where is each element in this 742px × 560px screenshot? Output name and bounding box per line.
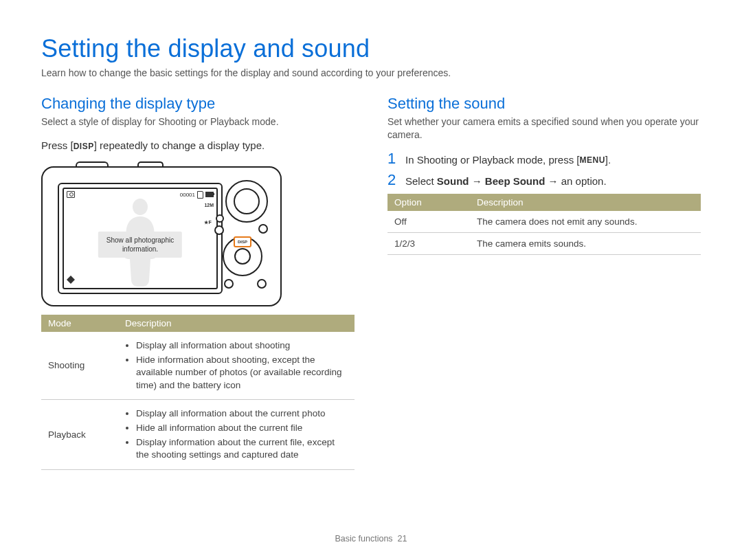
disp-label: DISP (74, 141, 94, 153)
screen-right-indicators: 12M ★F (204, 203, 214, 225)
step-number: 2 (387, 172, 398, 188)
battery-icon (205, 192, 214, 197)
quality-indicator: ★F (204, 220, 214, 225)
arrow-icon: → (469, 175, 485, 187)
camera-mode-icon (67, 191, 75, 198)
step-text: In Shooting or Playback mode, press [MEN… (405, 153, 611, 167)
list-item: Hide information about shooting, except … (136, 354, 348, 392)
cell-description: The camera emits sounds. (470, 232, 701, 254)
table-row: Playback Display all information about t… (41, 399, 355, 469)
camera-small-button (216, 214, 224, 223)
overlay-line1: Show all photographic (106, 236, 174, 244)
manual-page: Setting the display and sound Learn how … (0, 0, 742, 560)
dpad-icon: DISP (223, 236, 262, 276)
step-2: 2 Select Sound → Beep Sound → an option. (387, 172, 701, 188)
disp-button-highlight: DISP (234, 236, 251, 247)
menu-path-item: Beep Sound (485, 175, 546, 187)
mode-dial-icon (225, 180, 268, 223)
camera-fn-button (224, 279, 234, 289)
camera-lower-buttons (224, 279, 267, 289)
camera-screen-frame: 00001 12M ★F (58, 183, 223, 294)
step-text-post: an option. (561, 175, 607, 187)
camera-screen: 00001 12M ★F (63, 188, 218, 289)
section-heading-sound: Setting the sound (387, 95, 701, 113)
sound-steps: 1 In Shooting or Playback mode, press [M… (387, 151, 701, 188)
camera-small-button (214, 225, 224, 235)
instr-text-post: ] repeatedly to change a display type. (94, 139, 265, 151)
instr-text-pre: Press [ (41, 139, 74, 151)
step-text-pre: Select (405, 175, 437, 187)
table-header-option: Option (387, 194, 470, 211)
cell-mode: Playback (41, 399, 118, 469)
list-item: Display all information about shooting (136, 339, 348, 352)
page-footer: Basic functions 21 (0, 534, 742, 544)
table-row: Shooting Display all information about s… (41, 332, 355, 399)
camera-small-button (258, 224, 268, 234)
camera-illustration: 00001 12M ★F (41, 162, 282, 306)
resolution-indicator: 12M (204, 203, 214, 208)
table-header-description: Description (118, 315, 355, 332)
menu-label: MENU (579, 155, 605, 166)
arrow-icon: → (545, 175, 561, 187)
camera-play-button (257, 279, 267, 289)
step-number: 1 (387, 151, 398, 166)
list-item: Hide all information about the current f… (136, 422, 348, 434)
left-column: Changing the display type Select a style… (41, 95, 355, 470)
table-row: 1/2/3 The camera emits sounds. (387, 232, 701, 254)
screen-overlay-tooltip: Show all photographic information. (98, 232, 182, 258)
sound-options-table: Option Description Off The camera does n… (387, 194, 701, 255)
cell-option: 1/2/3 (387, 232, 470, 254)
table-row: Off The camera does not emit any sounds. (387, 211, 701, 233)
table-header-description: Description (470, 194, 701, 211)
overlay-line2: information. (122, 245, 158, 253)
right-column: Setting the sound Set whether your camer… (387, 95, 701, 470)
section-sub-sound: Set whether your camera emits a specifie… (387, 115, 701, 142)
cell-description: Display all information about the curren… (118, 399, 355, 469)
cell-description: Display all information about shooting H… (118, 332, 355, 399)
menu-path-item: Sound (437, 175, 469, 187)
camera-body: 00001 12M ★F (41, 166, 282, 306)
content-columns: Changing the display type Select a style… (41, 95, 701, 470)
section-heading-display: Changing the display type (41, 95, 355, 113)
cell-option: Off (387, 211, 470, 233)
page-intro: Learn how to change the basic settings f… (41, 67, 701, 78)
shot-counter: 00001 (180, 192, 195, 198)
list-item: Display information about the current fi… (136, 436, 348, 461)
screen-bottom-left-icon (67, 276, 75, 285)
card-icon (197, 191, 203, 199)
step-text-pre: In Shooting or Playback mode, press [ (405, 154, 579, 166)
footer-section: Basic functions (335, 534, 393, 544)
step-text: Select Sound → Beep Sound → an option. (405, 174, 607, 188)
section-sub-display: Select a style of display for Shooting o… (41, 115, 355, 128)
cell-mode: Shooting (41, 332, 118, 399)
table-header-mode: Mode (41, 315, 118, 332)
cell-description: The camera does not emit any sounds. (470, 211, 701, 233)
disp-instruction: Press [DISP] repeatedly to change a disp… (41, 138, 355, 153)
footer-page-number: 21 (398, 534, 407, 544)
step-text-post: ]. (605, 154, 611, 166)
page-title: Setting the display and sound (41, 34, 701, 63)
step-1: 1 In Shooting or Playback mode, press [M… (387, 151, 701, 167)
list-item: Display all information about the curren… (136, 407, 348, 420)
screen-top-right: 00001 (180, 191, 214, 199)
display-modes-table: Mode Description Shooting Display all in… (41, 315, 355, 470)
